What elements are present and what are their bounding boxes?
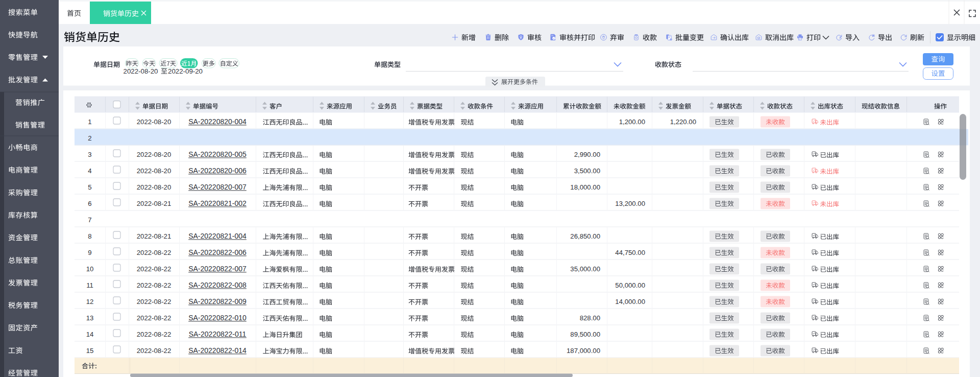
svg-text:SA-20220820-004: SA-20220820-004 (188, 117, 247, 126)
svg-text:2022-09-20: 2022-09-20 (168, 67, 203, 75)
svg-text:89,500.00: 89,500.00 (570, 331, 600, 338)
svg-text:4: 4 (88, 167, 91, 175)
svg-text:2022-08-22: 2022-08-22 (137, 347, 171, 355)
svg-text:2022-08-22: 2022-08-22 (137, 314, 171, 322)
svg-text:SA-20220822-008: SA-20220822-008 (188, 281, 247, 289)
svg-text:SA-20220822-007: SA-20220822-007 (188, 265, 247, 273)
svg-text:2022-08-20: 2022-08-20 (137, 118, 171, 126)
svg-text:1,220.00: 1,220.00 (670, 118, 696, 126)
svg-text:13: 13 (86, 314, 94, 322)
svg-text:2: 2 (88, 134, 91, 142)
svg-text:50,000.00: 50,000.00 (615, 281, 645, 289)
svg-text:3: 3 (88, 151, 91, 158)
svg-text:2022-08-20: 2022-08-20 (137, 183, 171, 191)
svg-text:12: 12 (86, 298, 94, 305)
svg-text:13,200.00: 13,200.00 (615, 200, 645, 207)
svg-text:2022-08-21: 2022-08-21 (137, 232, 171, 240)
svg-text:828.00: 828.00 (580, 314, 600, 322)
svg-text:SA-20220822-010: SA-20220822-010 (188, 314, 247, 322)
svg-text:2022-08-20: 2022-08-20 (137, 167, 171, 175)
svg-text:SA-20220822-006: SA-20220822-006 (188, 248, 247, 256)
svg-text:2022-08-22: 2022-08-22 (137, 249, 171, 256)
svg-text:3,500.00: 3,500.00 (574, 167, 600, 175)
svg-text:2022-08-22: 2022-08-22 (137, 265, 171, 273)
svg-text:2022-08-22: 2022-08-22 (137, 281, 171, 289)
svg-text:SA-20220820-007: SA-20220820-007 (188, 183, 247, 191)
svg-text:2022-08-20: 2022-08-20 (137, 151, 171, 158)
svg-text:1,200.00: 1,200.00 (619, 118, 645, 126)
svg-text:18,000.00: 18,000.00 (570, 183, 600, 191)
svg-text:2022-08-21: 2022-08-21 (137, 200, 171, 207)
svg-text:44,750.00: 44,750.00 (615, 249, 645, 256)
svg-text:187,000.00: 187,000.00 (567, 347, 600, 355)
svg-text:SA-20220822-009: SA-20220822-009 (188, 297, 247, 305)
svg-text:SA-20220820-006: SA-20220820-006 (188, 167, 247, 175)
svg-text:SA-20220821-004: SA-20220821-004 (188, 232, 247, 240)
svg-text:2022-08-20: 2022-08-20 (124, 67, 158, 75)
svg-text:2022-08-22: 2022-08-22 (137, 298, 171, 305)
svg-text:15: 15 (86, 347, 94, 355)
svg-text:7: 7 (88, 216, 91, 224)
svg-text:2,990.00: 2,990.00 (574, 151, 600, 158)
svg-text:14,000.00: 14,000.00 (615, 298, 645, 305)
svg-text:9: 9 (88, 249, 91, 256)
svg-text:1: 1 (88, 118, 91, 126)
svg-text:35,000.00: 35,000.00 (570, 265, 600, 273)
svg-text:2022-08-22: 2022-08-22 (137, 331, 171, 338)
svg-text:11: 11 (86, 281, 93, 289)
svg-text:5: 5 (88, 183, 91, 191)
svg-text:SA-20220822-011: SA-20220822-011 (189, 330, 247, 338)
svg-text:14: 14 (86, 331, 94, 338)
svg-text:6: 6 (88, 200, 91, 207)
svg-text:SA-20220822-014: SA-20220822-014 (188, 346, 247, 355)
svg-text:10: 10 (86, 265, 94, 273)
svg-text:SA-20220821-002: SA-20220821-002 (188, 199, 247, 207)
svg-text:8: 8 (88, 232, 91, 240)
svg-text:SA-20220820-005: SA-20220820-005 (188, 150, 247, 158)
svg-text:26,850.00: 26,850.00 (570, 232, 600, 240)
